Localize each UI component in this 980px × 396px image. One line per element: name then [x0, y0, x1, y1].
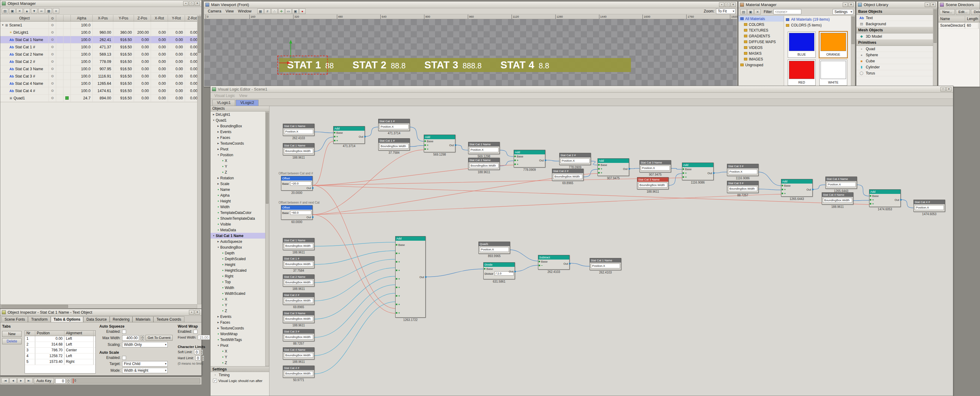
vl-node-bigadd[interactable]: AddBase++++++++Out [395, 236, 426, 318]
table-row[interactable]: AbStat Cat 3 #⊙100.01116.91916.500.000.0… [0, 73, 201, 80]
collapse-icon[interactable]: ▼ [216, 344, 220, 346]
auto-squeeze-enabled-checkbox[interactable] [122, 330, 126, 334]
value-cell[interactable]: 0.00 [168, 58, 185, 65]
om-column-header[interactable]: X-Pos [93, 15, 113, 22]
value-cell[interactable]: 100.0 [71, 58, 93, 65]
lock-cell[interactable] [56, 94, 64, 102]
hard-limit-spinner[interactable]: ▲▼ [202, 356, 204, 361]
vl-node-b4[interactable]: Stat Cat 2 #BoundingBox.Width [283, 293, 314, 305]
value-cell[interactable]: 916.50 [113, 36, 134, 43]
fixed-width-field[interactable]: 15.00 [198, 335, 210, 340]
close-icon[interactable]: ✕ [730, 2, 736, 7]
value-cell[interactable]: 0.00 [168, 94, 185, 102]
record-icon[interactable]: ● [299, 8, 305, 14]
vl-tree-item[interactable]: ●Width [210, 285, 269, 291]
vl-node-t2np[interactable]: Stat Cat 2 NamePosition.X [468, 142, 500, 154]
pin-icon[interactable]: ▪ [843, 2, 848, 7]
library-item[interactable]: ■Cube [856, 58, 933, 64]
vl-tree-item[interactable]: ●Visible [210, 221, 269, 227]
material-cell[interactable] [64, 73, 71, 80]
offset-value-field[interactable]: +60.0 [290, 211, 311, 215]
material-cell[interactable] [64, 80, 71, 87]
visibility-cell[interactable]: ⊙ [49, 22, 56, 29]
value-cell[interactable] [113, 22, 134, 29]
eye-icon[interactable]: ⊙ [51, 74, 54, 78]
tab-table-row[interactable]: 2314.68Left [25, 342, 95, 348]
value-cell[interactable]: 360.00 [113, 29, 134, 36]
om-column-header[interactable]: Alpha [71, 15, 93, 22]
expand-icon[interactable]: ▶ [216, 315, 220, 318]
tab-materials[interactable]: Materials [132, 316, 153, 322]
vl-node-t3np[interactable]: Stat Cat 3 NamePosition.X [640, 160, 671, 172]
vl-tree-item[interactable]: ●MetaData [210, 227, 269, 233]
value-cell[interactable]: 0.00 [168, 87, 185, 94]
material-cell[interactable] [64, 65, 71, 72]
safe-area-icon[interactable]: ▭ [285, 8, 292, 14]
vl-tree-item[interactable]: ●Height [210, 198, 269, 204]
lock-cell[interactable] [56, 58, 64, 65]
pin-icon[interactable]: ▪ [189, 310, 194, 315]
vl-tree-item[interactable]: ●TextWithTags [210, 337, 269, 343]
vl-tree-item[interactable]: ●Name [210, 187, 269, 192]
tab-texture-coords[interactable]: Texture Coords [153, 316, 184, 322]
vl-node-b6[interactable]: Stat Cat 3 #BoundingBox.Width [283, 329, 314, 341]
link-icon[interactable]: ∞ [38, 8, 45, 14]
tab-table-column-header[interactable]: Alignment [64, 331, 94, 336]
value-cell[interactable]: 0.00 [134, 87, 151, 94]
table-row[interactable]: ☀DirLight1⊙100.0960.00360.00200.000.000.… [0, 29, 201, 36]
material-group-item[interactable]: IMAGES [738, 56, 784, 62]
delete-icon[interactable]: ✕ [16, 8, 23, 14]
value-cell[interactable]: 0.00 [168, 51, 185, 58]
expand-icon[interactable]: ▶ [216, 240, 220, 243]
director-button[interactable]: New... [940, 9, 955, 15]
scene-directors-titlebar[interactable]: Scene Directors [939, 2, 980, 8]
vl-tree-item[interactable]: ▶Faces [210, 319, 269, 325]
settings-dropdown[interactable]: Settings [833, 9, 853, 14]
om-column-header[interactable]: Object [0, 15, 49, 22]
run-after-checkbox[interactable]: ✓ [213, 379, 217, 383]
visibility-cell[interactable]: ⊙ [49, 65, 56, 72]
value-cell[interactable]: 0.00 [134, 51, 151, 58]
expand-icon[interactable]: ▶ [216, 148, 220, 150]
value-cell[interactable]: 100.0 [71, 51, 93, 58]
om-column-header[interactable]: X-Rot [151, 15, 168, 22]
vl-tree-item[interactable]: ▶BoundingBox [210, 123, 269, 129]
lock-cell[interactable] [56, 22, 64, 29]
vl-tree-item[interactable]: ●TemplateDataColor [210, 210, 269, 216]
collapse-icon[interactable]: ▼ [216, 154, 220, 156]
expand-icon[interactable]: ▶ [216, 183, 220, 185]
move-up-icon[interactable]: ▲ [24, 8, 30, 14]
material-group-item[interactable]: Ungrouped [738, 62, 784, 68]
value-cell[interactable] [151, 22, 168, 29]
value-cell[interactable]: 0.00 [151, 29, 168, 36]
close-icon[interactable]: ✕ [946, 87, 951, 91]
soft-limit-field[interactable]: 0 [194, 350, 199, 354]
filter-input[interactable]: <none> [773, 9, 801, 14]
vl-tree-item[interactable]: ▼Pivot [210, 343, 269, 348]
vl-tree-item[interactable]: ▼Position [210, 152, 269, 158]
vl-tree-item[interactable]: ●X [210, 348, 269, 354]
vl-tree-item[interactable]: ●Depth [210, 250, 269, 256]
tab-table-column-header[interactable]: Position [35, 331, 64, 336]
auto-scale-enabled-checkbox[interactable] [122, 356, 126, 360]
vl-settings-header[interactable]: Settings [210, 366, 269, 372]
visibility-cell[interactable]: ⊙ [49, 43, 56, 50]
value-cell[interactable]: 0.00 [151, 36, 168, 43]
vl-node-t1sw[interactable]: Stat Cat 1 #BoundingBox.Width [378, 138, 410, 150]
tab-table-column-header[interactable]: Nr [25, 331, 35, 336]
material-group-item[interactable]: MASKS [738, 50, 784, 56]
value-cell[interactable]: 916.50 [113, 80, 134, 87]
visibility-cell[interactable]: ⊙ [49, 58, 56, 65]
value-cell[interactable]: 100.0 [71, 22, 93, 29]
vl-node-t2nw[interactable]: Stat Cat 2 NameBoundingBox.Width [468, 158, 500, 170]
close-icon[interactable]: ✕ [195, 310, 200, 315]
director-row[interactable]: SceneDirector160 [939, 23, 980, 29]
value-cell[interactable]: 100.0 [71, 73, 93, 80]
material-vscrollbar[interactable] [851, 16, 855, 86]
vl-tree-item[interactable]: ▶DirLight1 [210, 112, 269, 117]
vl-node-sub[interactable]: SubtractBase−Out [538, 255, 570, 270]
library-item[interactable]: ●Sphere [856, 52, 933, 58]
gizmo-icon[interactable]: ✛ [278, 8, 285, 14]
vl-tree-item[interactable]: ▶Events [210, 314, 269, 319]
vl-node-a3[interactable]: AddBase++Out [514, 150, 545, 168]
